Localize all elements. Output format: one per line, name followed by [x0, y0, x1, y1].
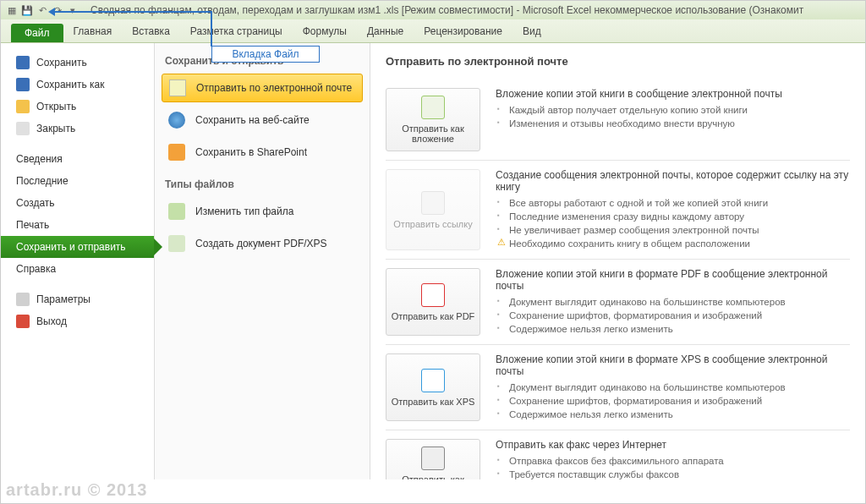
tab-formulas[interactable]: Формулы: [293, 22, 357, 42]
tab-review[interactable]: Рецензирование: [414, 22, 512, 42]
close-icon: [16, 122, 30, 135]
nav-label: Параметры: [36, 293, 90, 305]
tab-view[interactable]: Вид: [512, 22, 551, 42]
btn-label: Отправить как факс через Интернет: [390, 474, 476, 479]
block-send-fax: Отправить как факс через Интернет Отправ…: [386, 430, 850, 479]
save-as-icon: [16, 78, 30, 91]
callout-arrow: [53, 11, 211, 13]
save-icon: [16, 56, 30, 69]
nav-new[interactable]: Создать: [1, 192, 154, 214]
nav-label: Сохранить: [36, 57, 87, 68]
nav-exit[interactable]: Выход: [1, 310, 154, 332]
save-web-option[interactable]: Сохранить на веб-сайте: [162, 106, 363, 134]
desc-headline: Вложение копии этой книги в формате XPS …: [496, 353, 850, 377]
window-title: Сводная по фланцам, отводам, переходам и…: [84, 4, 865, 16]
nav-label: Печать: [16, 219, 49, 231]
block-desc: Вложение копии этой книги в формате XPS …: [496, 353, 850, 421]
desc-item: Содержимое нельзя легко изменить: [496, 408, 850, 421]
nav-open[interactable]: Открыть: [1, 96, 154, 118]
desc-item: Требуется поставщик службы факсов: [496, 468, 850, 479]
pdfxps-icon: [168, 235, 185, 252]
desc-item: Содержимое нельзя легко изменить: [496, 322, 850, 336]
desc-item: Документ выглядит одинаково на большинст…: [496, 381, 850, 394]
btn-label: Отправить как XPS: [392, 397, 475, 407]
tab-insert[interactable]: Вставка: [122, 22, 180, 42]
desc-item: Не увеличивает размер сообщения электрон…: [496, 223, 850, 237]
btn-label: Отправить как вложение: [390, 123, 476, 144]
nav-label: Сведения: [16, 153, 63, 165]
title-bar: ▦ 💾 ↶ ↷ ▾ Сводная по фланцам, отводам, п…: [1, 1, 865, 19]
qat-more-icon[interactable]: ▾: [67, 4, 79, 16]
change-file-type-option[interactable]: Изменить тип файла: [162, 197, 363, 226]
desc-headline: Создание сообщения электронной почты, ко…: [496, 169, 850, 193]
nav-label: Закрыть: [36, 123, 75, 134]
panel-header: Типы файлов: [165, 178, 363, 190]
nav-save-send[interactable]: Сохранить и отправить: [1, 236, 154, 258]
desc-headline: Отправить как факс через Интернет: [496, 439, 850, 451]
desc-item: Сохранение шрифтов, форматирования и изо…: [496, 309, 850, 322]
open-icon: [16, 100, 30, 113]
quick-access-toolbar: ▦ 💾 ↶ ↷ ▾: [1, 4, 84, 16]
callout-label: Вкладка Файл: [211, 46, 320, 63]
send-pdf-button[interactable]: Отправить как PDF: [386, 268, 480, 336]
desc-item: Последние изменения сразу видны каждому …: [496, 210, 850, 223]
send-xps-button[interactable]: Отправить как XPS: [386, 353, 480, 421]
filetype-icon: [168, 203, 185, 220]
block-desc: Создание сообщения электронной почты, ко…: [496, 169, 850, 250]
desc-warning: Необходимо сохранить книгу в общем распо…: [496, 237, 850, 250]
desc-item: Документ выглядит одинаково на большинст…: [496, 295, 850, 309]
desc-headline: Вложение копии этой книги в формате PDF …: [496, 268, 850, 292]
nav-label: Создать: [16, 197, 55, 209]
nav-save-as[interactable]: Сохранить как: [1, 74, 154, 96]
undo-icon[interactable]: ↶: [36, 4, 48, 16]
block-send-pdf: Отправить как PDF Вложение копии этой кн…: [386, 260, 850, 345]
desc-item: Отправка факсов без факсимильного аппара…: [496, 454, 850, 468]
nav-recent[interactable]: Последние: [1, 170, 154, 192]
block-desc: Вложение копии этой книги в сообщение эл…: [496, 88, 850, 151]
detail-title: Отправить по электронной почте: [386, 55, 850, 68]
nav-print[interactable]: Печать: [1, 214, 154, 236]
send-fax-button[interactable]: Отправить как факс через Интернет: [386, 439, 480, 479]
nav-options[interactable]: Параметры: [1, 288, 154, 310]
nav-info[interactable]: Сведения: [1, 148, 154, 170]
mid-label: Создать документ PDF/XPS: [195, 238, 327, 249]
sharepoint-icon: [168, 144, 185, 161]
send-email-option[interactable]: Отправить по электронной почте: [162, 74, 363, 102]
watermark: artabr.ru © 2013: [6, 480, 147, 500]
ribbon-tabs: Файл Главная Вставка Разметка страницы Ф…: [1, 19, 865, 43]
tab-page-layout[interactable]: Разметка страницы: [180, 22, 293, 42]
save-send-panel: Сохранить и отправить Отправить по элект…: [155, 43, 370, 479]
mid-label: Изменить тип файла: [195, 205, 293, 217]
tab-file[interactable]: Файл: [11, 24, 63, 42]
desc-item: Сохранение шрифтов, форматирования и изо…: [496, 394, 850, 408]
options-icon: [16, 293, 30, 306]
save-icon[interactable]: 💾: [21, 4, 33, 16]
save-sharepoint-option[interactable]: Сохранить в SharePoint: [162, 138, 363, 167]
tab-data[interactable]: Данные: [357, 22, 414, 42]
nav-label: Последние: [16, 175, 69, 187]
desc-headline: Вложение копии этой книги в сообщение эл…: [496, 88, 850, 100]
attachment-icon: [421, 96, 445, 119]
nav-label: Открыть: [36, 101, 76, 112]
link-icon: [421, 191, 445, 215]
send-attachment-button[interactable]: Отправить как вложение: [386, 88, 480, 151]
mid-label: Сохранить в SharePoint: [195, 146, 307, 158]
nav-label: Справка: [16, 263, 56, 275]
backstage: Сохранить Сохранить как Открыть Закрыть …: [1, 43, 865, 479]
block-desc: Отправить как факс через Интернет Отправ…: [496, 439, 850, 479]
nav-close[interactable]: Закрыть: [1, 118, 154, 140]
excel-icon: ▦: [6, 4, 18, 16]
desc-item: Изменения и отзывы необходимо внести вру…: [496, 117, 850, 130]
block-send-xps: Отправить как XPS Вложение копии этой кн…: [386, 345, 850, 430]
pdf-icon: [421, 283, 445, 307]
nav-save[interactable]: Сохранить: [1, 52, 154, 74]
exit-icon: [16, 315, 30, 328]
tab-home[interactable]: Главная: [63, 22, 123, 42]
desc-item: Каждый автор получает отдельную копию эт…: [496, 103, 850, 117]
nav-help[interactable]: Справка: [1, 258, 154, 280]
create-pdf-xps-option[interactable]: Создать документ PDF/XPS: [162, 229, 363, 258]
send-link-button: Отправить ссылку: [386, 169, 480, 250]
btn-label: Отправить как PDF: [392, 311, 475, 321]
fax-icon: [421, 446, 445, 470]
block-send-link: Отправить ссылку Создание сообщения элек…: [386, 161, 850, 260]
